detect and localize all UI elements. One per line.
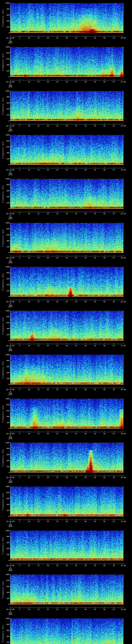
frequency-tick-label: 800 xyxy=(4,8,10,10)
frequency-tick-label: 1000 xyxy=(4,574,10,575)
time-tick-label: 5 xyxy=(19,433,20,434)
frequency-tick-label: 0 xyxy=(4,472,10,473)
time-tick-label: 10 xyxy=(28,433,30,434)
time-tick-label: 5 xyxy=(19,389,20,390)
time-tick-label: 40 xyxy=(84,477,86,478)
frequency-tick-label: 0 xyxy=(4,120,10,122)
frequency-tick-label: 600 xyxy=(4,278,10,280)
frequency-tick-label: 400 xyxy=(4,548,10,549)
time-tick-label: 45 xyxy=(94,37,96,39)
frequency-axis-label: Frequency (Hz) xyxy=(2,97,4,115)
start-time-label: 20:26:00 xyxy=(6,345,14,346)
time-tick-label: 20 xyxy=(47,609,49,610)
spectrogram-canvas xyxy=(0,616,132,644)
end-time-label: 27:00 xyxy=(121,345,126,346)
time-tick-label: 30 xyxy=(66,125,68,127)
time-tick-label: 40 xyxy=(84,521,86,522)
time-tick-label: 35 xyxy=(75,477,77,478)
time-tick-label: 25 xyxy=(56,389,58,390)
time-tick-label: 30 xyxy=(66,301,68,302)
frequency-axis-label: Frequency (Hz) xyxy=(2,317,4,334)
frequency-axis-label: Frequency (Hz) xyxy=(2,229,4,247)
time-tick-label: 35 xyxy=(75,433,77,434)
time-tick-label: 50 xyxy=(104,345,106,346)
frequency-tick-label: 600 xyxy=(4,498,10,499)
time-tick-label: 15 xyxy=(38,565,40,566)
time-tick-label: 45 xyxy=(94,81,96,83)
time-tick-label: 25 xyxy=(56,433,58,434)
time-tick-label: 50 xyxy=(104,565,106,566)
time-tick-label: 40 xyxy=(84,345,86,346)
spectrogram-panel: Frequency (Hz) 0200400600800100051015202… xyxy=(0,528,132,572)
frequency-tick-label: 400 xyxy=(4,20,10,22)
time-tick-label: 35 xyxy=(75,521,77,522)
time-tick-label: 15 xyxy=(38,521,40,522)
end-time-label: 22:00 xyxy=(121,125,126,127)
time-tick-label: 20 xyxy=(47,565,49,566)
frequency-tick-label: 400 xyxy=(4,284,10,286)
time-tick-label: 55 xyxy=(113,609,115,610)
time-tick-label: 30 xyxy=(66,37,68,39)
spectrogram-panel: Frequency (Hz) 0200400600800100051015202… xyxy=(0,484,132,528)
frequency-tick-label: 1000 xyxy=(4,486,10,488)
time-tick-label: 10 xyxy=(28,37,30,39)
start-time-label: 20:32:00 xyxy=(6,609,14,610)
frequency-tick-label: 200 xyxy=(4,378,10,380)
time-tick-label: 40 xyxy=(84,433,86,434)
frequency-tick-label: 0 xyxy=(4,208,10,210)
frequency-tick-label: 600 xyxy=(4,102,10,104)
start-time-label: 20:24:00 xyxy=(6,257,14,259)
frequency-tick-label: 0 xyxy=(4,560,10,561)
time-tick-label: 50 xyxy=(104,213,106,214)
time-tick-label: 40 xyxy=(84,125,86,127)
time-tick-label: 30 xyxy=(66,345,68,346)
frequency-tick-label: 0 xyxy=(4,296,10,298)
frequency-axis-label: Frequency (Hz) xyxy=(2,9,4,27)
end-time-label: 32:00 xyxy=(121,565,126,566)
frequency-tick-label: 200 xyxy=(4,510,10,511)
time-tick-label: 35 xyxy=(75,389,77,390)
time-tick-label: 15 xyxy=(38,213,40,214)
frequency-tick-label: 400 xyxy=(4,64,10,66)
frequency-tick-label: 800 xyxy=(4,492,10,493)
time-tick-label: 10 xyxy=(28,125,30,127)
time-tick-label: 30 xyxy=(66,521,68,522)
frequency-tick-label: 200 xyxy=(4,70,10,72)
time-tick-label: 25 xyxy=(56,37,58,39)
time-tick-label: 10 xyxy=(28,257,30,259)
spectrogram-panel: Frequency (Hz) 0200400600800100051015202… xyxy=(0,132,132,176)
end-time-label: 23:00 xyxy=(121,169,126,171)
frequency-tick-label: 1000 xyxy=(4,2,10,4)
date-label-line: 2015 xyxy=(8,42,12,44)
frequency-tick-label: 800 xyxy=(4,624,10,625)
frequency-tick-label: 1000 xyxy=(4,222,10,224)
frequency-tick-label: 600 xyxy=(4,146,10,148)
time-tick-label: 25 xyxy=(56,609,58,610)
time-tick-label: 55 xyxy=(113,213,115,214)
time-tick-label: 55 xyxy=(113,521,115,522)
spectrogram-panel: Frequency (Hz) 0200400600800100051015202… xyxy=(0,396,132,440)
time-tick-label: 35 xyxy=(75,125,77,127)
time-tick-label: 45 xyxy=(94,345,96,346)
spectrogram-panel: Frequency (Hz) 0200400600800100051015202… xyxy=(0,308,132,352)
frequency-axis-label: Frequency (Hz) xyxy=(2,361,4,378)
time-tick-label: 10 xyxy=(28,565,30,566)
end-time-label: 33:00 xyxy=(121,609,126,610)
end-time-label: 25:00 xyxy=(121,257,126,259)
frequency-tick-label: 200 xyxy=(4,554,10,556)
start-time-label: 20:19:00 xyxy=(6,37,14,39)
time-tick-label: 20 xyxy=(47,81,49,83)
frequency-tick-label: 800 xyxy=(4,316,10,318)
spectrogram-panel: Frequency (Hz) 0200400600800100051015202… xyxy=(0,176,132,220)
spectrogram-panel: Frequency (Hz) 0200400600800100051015202… xyxy=(0,352,132,396)
spectrogram-panel: Frequency (Hz) 0200400600800100051015202… xyxy=(0,572,132,616)
frequency-tick-label: 1000 xyxy=(4,310,10,312)
time-tick-label: 50 xyxy=(104,37,106,39)
time-tick-label: 20 xyxy=(47,169,49,171)
spectrogram-stack: Frequency (Hz) 0200400600800100051015202… xyxy=(0,0,132,644)
time-tick-label: 15 xyxy=(38,257,40,259)
time-tick-label: 55 xyxy=(113,37,115,39)
time-tick-label: 20 xyxy=(47,477,49,478)
time-tick-label: 30 xyxy=(66,257,68,259)
frequency-axis-label: Frequency (Hz) xyxy=(2,141,4,159)
